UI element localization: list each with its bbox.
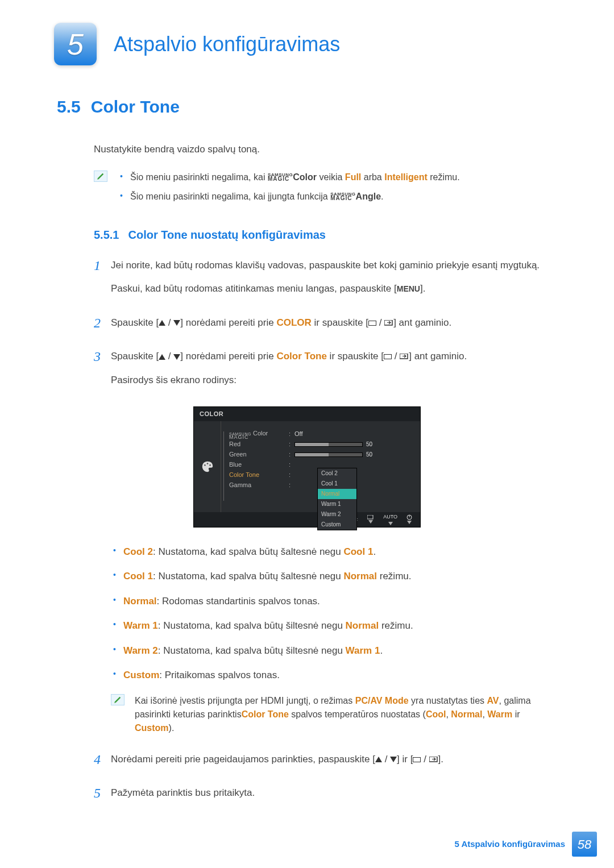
osd-option-normal: Normal <box>318 489 356 499</box>
menu-key: MENU <box>397 284 420 293</box>
chapter-number-badge: 5 <box>54 23 97 65</box>
step-5: 5 Pažymėta parinktis bus pritaikyta. <box>94 786 557 809</box>
osd-option-custom: Custom <box>318 520 356 530</box>
up-icon <box>159 354 165 360</box>
note1-item2: Šio meniu pasirinkti negalima, kai įjung… <box>118 190 557 203</box>
section-title: Color Tone <box>91 94 180 119</box>
rect-icon <box>413 757 421 762</box>
step-number: 2 <box>94 315 111 330</box>
chapter-title: Atspalvio konfigūravimas <box>114 29 340 60</box>
osd-option-warm1: Warm 1 <box>318 499 356 509</box>
subsection-number: 5.5.1 <box>94 226 119 243</box>
page-footer: 5 Atspalvio konfigūravimas 58 <box>454 832 597 857</box>
footer-text: 5 Atspalvio konfigūravimas <box>454 838 565 851</box>
tone-normal: Normal: Rodomas standartinis spalvos ton… <box>111 594 557 609</box>
rect-icon <box>384 354 392 359</box>
page-content: 5.5 Color Tone Nustatykite bendrą vaizdo… <box>0 94 614 809</box>
osd-option-warm2: Warm 2 <box>318 509 356 520</box>
section-heading: 5.5 Color Tone <box>57 94 557 119</box>
step-2: 2 Spauskite [ / ] norėdami pereiti prie … <box>94 315 557 339</box>
svg-point-2 <box>204 464 206 466</box>
osd-option-cool2: Cool 2 <box>318 468 356 479</box>
osd-category-icon <box>194 421 221 512</box>
tone-warm1: Warm 1: Nustatoma, kad spalva būtų šilte… <box>111 618 557 633</box>
power-icon <box>406 514 412 520</box>
up-icon <box>375 757 382 762</box>
subsection-title: Color Tone nuostatų konfigūravimas <box>128 226 325 243</box>
page-header: 5 Atspalvio konfigūravimas <box>0 0 614 94</box>
tone-warm2: Warm 2: Nustatoma, kad spalva būtų šilte… <box>111 643 557 658</box>
note-box-2: Kai išorinė įvestis prijungta per HDMI j… <box>111 694 557 735</box>
down-icon <box>173 354 180 360</box>
osd-option-cool1: Cool 1 <box>318 479 356 489</box>
svg-point-4 <box>209 464 211 466</box>
osd-row-red: Red: 50 <box>229 439 412 450</box>
enter-icon <box>367 515 374 520</box>
svg-point-3 <box>206 463 208 464</box>
step4-text: Norėdami pereiti prie pageidaujamos pari… <box>111 752 443 767</box>
page-number-badge: 58 <box>572 832 597 857</box>
osd-row-magic-color: SAMSUNGMAGIC Color : Off <box>229 429 412 439</box>
osd-dropdown: Cool 2 Cool 1 Normal Warm 1 Warm 2 Custo… <box>317 468 357 530</box>
subsection-heading: 5.5.1 Color Tone nuostatų konfigūravimas <box>94 226 557 243</box>
note-icon <box>111 694 125 705</box>
down-icon <box>390 757 397 762</box>
note1-item1: Šio meniu pasirinkti negalima, kai SAMSU… <box>118 171 557 184</box>
section-intro: Nustatykite bendrą vaizdo spalvų toną. <box>94 142 557 157</box>
step-number: 4 <box>94 752 111 767</box>
step3-p2: Pasirodys šis ekrano rodinys: <box>111 373 467 388</box>
note-icon <box>94 171 107 182</box>
auto-label: AUTO <box>383 513 397 521</box>
step-number: 3 <box>94 349 111 364</box>
steps-list: 1 Jei norite, kad būtų rodomas klavišų v… <box>94 258 557 397</box>
enter-icon <box>384 320 393 326</box>
note-box: Šio meniu pasirinkti negalima, kai SAMSU… <box>94 171 557 209</box>
step1-p2: Paskui, kad būtų rodomas atitinkamas men… <box>111 281 540 296</box>
osd-row-green: Green: 50 <box>229 450 412 460</box>
steps-list-continued: 4 Norėdami pereiti prie pageidaujamos pa… <box>94 752 557 809</box>
svg-rect-5 <box>367 515 373 519</box>
down-icon <box>173 320 180 326</box>
step2-text: Spauskite [ / ] norėdami pereiti prie CO… <box>111 315 451 330</box>
step3-p1: Spauskite [ / ] norėdami pereiti prie Co… <box>111 349 467 364</box>
tone-descriptions: Cool 2: Nustatoma, kad spalva būtų šalte… <box>111 545 557 683</box>
step5-text: Pažymėta parinktis bus pritaikyta. <box>111 786 255 800</box>
step-number: 1 <box>94 258 111 273</box>
enter-icon <box>400 354 409 360</box>
up-icon <box>159 320 165 326</box>
rect-icon <box>368 321 376 326</box>
osd-screenshot: COLOR SAMSUNGMAGIC Color : Off Red: 50 <box>57 406 557 528</box>
tone-cool2: Cool 2: Nustatoma, kad spalva būtų šalte… <box>111 545 557 559</box>
step1-p1: Jei norite, kad būtų rodomas klavišų vad… <box>111 258 540 273</box>
step-3: 3 Spauskite [ / ] norėdami pereiti prie … <box>94 349 557 396</box>
note2-text: Kai išorinė įvestis prijungta per HDMI j… <box>135 694 557 735</box>
osd-title: COLOR <box>194 407 420 421</box>
step-number: 5 <box>94 786 111 800</box>
tone-custom: Custom: Pritaikomas spalvos tonas. <box>111 668 557 683</box>
step-4: 4 Norėdami pereiti prie pageidaujamos pa… <box>94 752 557 776</box>
step-1: 1 Jei norite, kad būtų rodomas klavišų v… <box>94 258 557 305</box>
tone-cool1: Cool 1: Nustatoma, kad spalva būtų šalte… <box>111 569 557 584</box>
osd-footer: AUTO <box>194 512 420 527</box>
enter-icon <box>429 757 438 763</box>
section-number: 5.5 <box>57 94 81 119</box>
